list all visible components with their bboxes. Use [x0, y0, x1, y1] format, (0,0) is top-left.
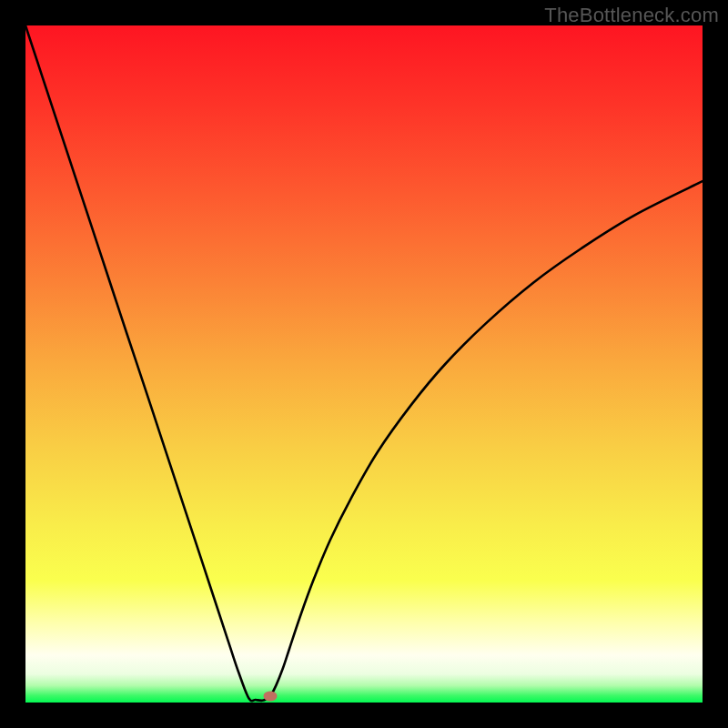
watermark-text: TheBottleneck.com: [544, 4, 719, 27]
chart-frame: TheBottleneck.com: [0, 0, 728, 728]
optimal-point-marker: [264, 692, 278, 702]
bottleneck-curve: [25, 25, 703, 703]
plot-area: [25, 25, 703, 703]
